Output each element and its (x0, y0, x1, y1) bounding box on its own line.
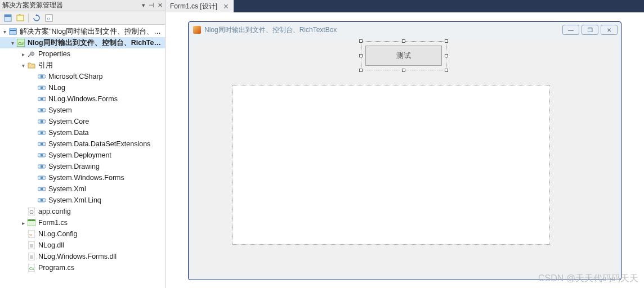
svg-rect-28 (41, 177, 43, 179)
file-appconfig[interactable]: app.config (0, 206, 165, 217)
reference-item[interactable]: System.Xml.Linq (0, 195, 165, 206)
panel-menu-icon[interactable]: ▾ (142, 2, 145, 9)
tab-close-icon[interactable]: ✕ (223, 2, 229, 11)
properties-label: Properties (38, 50, 70, 58)
solution-node[interactable]: ▾ 解决方案"Nlog同时输出到文件、控制台、RichT (0, 26, 165, 37)
form-client-area[interactable]: 测试 (193, 41, 616, 275)
resize-handle-s[interactable] (402, 69, 405, 72)
reference-icon (37, 128, 46, 137)
document-tab-bar: Form1.cs [设计] ✕ (166, 0, 644, 12)
reference-item[interactable]: System.Data (0, 127, 165, 138)
reference-item[interactable]: System.Xml (0, 183, 165, 195)
solution-toolbar: ‹› (0, 11, 165, 25)
solution-tree[interactable]: ▾ 解决方案"Nlog同时输出到文件、控制台、RichT ▾ C# Nlog同时… (0, 25, 165, 288)
project-label: Nlog同时输出到文件、控制台、RichTextBox (28, 38, 163, 48)
chevron-down-icon[interactable]: ▾ (19, 62, 27, 69)
file-nlogconfig[interactable]: ‹›NLog.Config (0, 228, 165, 240)
reference-icon (37, 184, 46, 194)
form-minimize-button[interactable]: — (562, 25, 579, 35)
svg-text:C#: C# (18, 41, 24, 46)
reference-icon (37, 173, 46, 182)
xml-file-icon: ‹› (27, 230, 36, 238)
resize-handle-nw[interactable] (359, 39, 363, 43)
svg-rect-32 (41, 199, 43, 201)
resize-handle-w[interactable] (359, 54, 363, 57)
reference-item[interactable]: NLog.Windows.Forms (0, 93, 165, 105)
svg-rect-2 (17, 15, 24, 21)
svg-rect-42 (30, 255, 33, 259)
reference-item[interactable]: System.Data.DataSetExtensions (0, 138, 165, 150)
form-titlebar: Nlog同时输出到文件、控制台、RichTextBox — ❐ ✕ (189, 22, 621, 38)
reference-item[interactable]: System.Core (0, 116, 165, 127)
tab-label: Form1.cs [设计] (170, 2, 217, 11)
svg-rect-24 (41, 154, 43, 156)
reference-icon (37, 72, 46, 81)
resize-handle-sw[interactable] (359, 69, 363, 72)
svg-rect-30 (41, 188, 43, 190)
toolbar-properties-icon[interactable] (2, 12, 14, 24)
form-file-icon (27, 218, 36, 227)
reference-icon (37, 151, 46, 160)
designer-surface[interactable]: Nlog同时输出到文件、控制台、RichTextBox — ❐ ✕ (166, 12, 644, 288)
resize-handle-n[interactable] (402, 39, 405, 43)
svg-rect-14 (41, 98, 43, 100)
svg-rect-22 (41, 143, 43, 145)
reference-icon (37, 94, 46, 104)
resize-handle-se[interactable] (445, 69, 448, 72)
reference-icon (37, 117, 46, 126)
dll-file-icon (27, 252, 36, 261)
references-node[interactable]: ▾ 引用 (0, 60, 165, 71)
dll-file-icon (27, 241, 36, 250)
svg-rect-33 (28, 208, 35, 215)
form-title: Nlog同时输出到文件、控制台、RichTextBox (204, 25, 560, 35)
form-close-button[interactable]: ✕ (601, 25, 618, 35)
solution-icon (8, 27, 17, 36)
richtextbox-control[interactable] (232, 85, 550, 245)
references-label: 引用 (38, 61, 53, 70)
winform-frame[interactable]: Nlog同时输出到文件、控制台、RichTextBox — ❐ ✕ (188, 21, 621, 280)
svg-rect-26 (41, 165, 43, 168)
svg-text:‹›: ‹› (47, 16, 50, 21)
toolbar-viewcode-icon[interactable]: ‹› (43, 12, 55, 24)
solution-label: 解决方案"Nlog同时输出到文件、控制台、RichT (20, 27, 163, 37)
folder-icon (27, 61, 36, 70)
chevron-down-icon[interactable]: ▾ (1, 29, 8, 35)
svg-rect-5 (9, 29, 17, 34)
reference-item[interactable]: System.Drawing (0, 161, 165, 172)
reference-item[interactable]: NLog (0, 82, 165, 93)
resize-handle-e[interactable] (445, 54, 448, 57)
properties-node[interactable]: ▸ Properties (0, 48, 165, 60)
toolbar-showall-icon[interactable] (15, 12, 26, 24)
svg-rect-10 (41, 75, 43, 78)
file-program[interactable]: C#Program.cs (0, 262, 165, 273)
test-button[interactable]: 测试 (365, 46, 442, 66)
toolbar-refresh-icon[interactable] (31, 12, 42, 24)
reference-item[interactable]: System.Deployment (0, 150, 165, 161)
svg-text:‹›: ‹› (29, 233, 32, 237)
chevron-right-icon[interactable]: ▸ (19, 220, 27, 226)
reference-item[interactable]: Microsoft.CSharp (0, 71, 165, 82)
svg-rect-16 (41, 109, 43, 111)
wrench-icon (27, 50, 36, 58)
reference-item[interactable]: System (0, 105, 165, 116)
chevron-down-icon[interactable]: ▾ (9, 40, 16, 46)
svg-rect-12 (41, 87, 43, 89)
panel-close-icon[interactable]: ✕ (158, 2, 163, 9)
panel-pin-icon[interactable]: ⊣ (149, 2, 154, 9)
tab-form1-design[interactable]: Form1.cs [设计] ✕ (166, 0, 234, 12)
project-node[interactable]: ▾ C# Nlog同时输出到文件、控制台、RichTextBox (0, 37, 165, 48)
chevron-right-icon[interactable]: ▸ (19, 51, 27, 57)
file-form1[interactable]: ▸Form1.cs (0, 217, 165, 228)
svg-rect-40 (30, 244, 33, 248)
file-nlogwfdll[interactable]: NLog.Windows.Forms.dll (0, 251, 165, 262)
file-nlogdll[interactable]: NLog.dll (0, 240, 165, 251)
csproject-icon: C# (16, 38, 25, 47)
test-button-label: 测试 (396, 51, 411, 61)
cs-file-icon: C# (27, 263, 36, 272)
panel-header: 解决方案资源管理器 ▾ ⊣ ✕ (0, 0, 165, 11)
reference-icon (37, 162, 46, 171)
reference-item[interactable]: System.Windows.Forms (0, 172, 165, 183)
form-maximize-button[interactable]: ❐ (582, 25, 598, 35)
panel-title: 解决方案资源管理器 (2, 1, 142, 10)
resize-handle-ne[interactable] (445, 39, 448, 43)
